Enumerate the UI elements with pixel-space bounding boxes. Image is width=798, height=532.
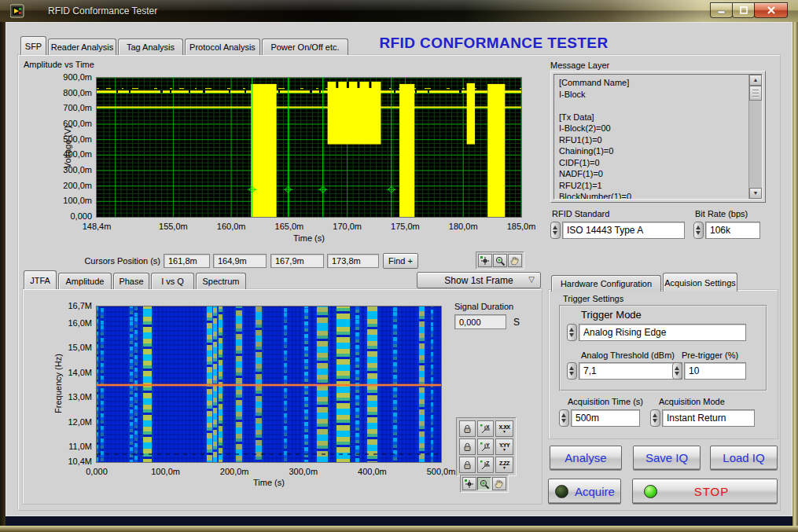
acquisition-time-label: Acquisition Time (s): [568, 397, 643, 406]
cursor-3-field[interactable]: 167,9m: [270, 254, 324, 268]
acquisition-time-field[interactable]: 500m: [571, 409, 640, 427]
autoscale-x-button[interactable]: X: [477, 420, 494, 437]
stop-button[interactable]: STOP: [632, 479, 778, 504]
svg-text:Z: Z: [486, 460, 490, 466]
jtfa-y-tick-label: 14,0M: [50, 368, 92, 377]
acquisition-mode-field[interactable]: Instant Return: [662, 409, 755, 427]
signal-duration-field[interactable]: 0,000: [454, 314, 506, 329]
cursor-tool-button[interactable]: [478, 254, 492, 267]
trigger-mode-label: Trigger Mode: [581, 309, 642, 321]
amp-x-tick-label: 155,0m: [148, 222, 198, 231]
svg-text:X: X: [486, 424, 490, 430]
tab-i-vs-q[interactable]: I vs Q: [151, 273, 194, 289]
tab-amplitude[interactable]: Amplitude: [58, 273, 112, 289]
autoscale-y-button[interactable]: Y: [477, 438, 494, 455]
hand-icon: [494, 479, 505, 490]
find-cursor-button[interactable]: Find +: [383, 253, 418, 269]
labview-app-icon: [10, 4, 24, 18]
cursor-tool-button[interactable]: [462, 477, 476, 490]
tab-acquisition-settings[interactable]: Acquision Settings: [663, 273, 737, 292]
window-right-border: [792, 22, 798, 526]
jtfa-y-tick-label: 10,4M: [50, 457, 92, 466]
tab-power-onoff[interactable]: Power On/Off etc.: [262, 39, 348, 55]
scroll-down-icon[interactable]: ▼: [749, 188, 762, 199]
spectrogram-faint-line: [97, 453, 441, 455]
pretrigger-label: Pre-trigger (%): [682, 350, 738, 360]
acquisition-time-spinner[interactable]: [559, 409, 569, 427]
tab-reader-analysis[interactable]: Reader Analysis: [48, 39, 116, 55]
trigger-mode-field[interactable]: Analog Rising Edge: [579, 324, 746, 341]
format-y-button[interactable]: Y.YY▼: [495, 438, 513, 455]
trigger-mode-spinner[interactable]: [567, 324, 577, 341]
message-layer-inner: [Command Name] I-Block [Tx Data] I-Block…: [553, 74, 763, 200]
amp-y-tick-label: 800,0m: [50, 88, 92, 97]
amp-y-tick-label: 400,0m: [50, 149, 92, 159]
minimize-icon: [718, 6, 726, 14]
autoscale-z-button[interactable]: Z: [477, 457, 494, 473]
pan-tool-button[interactable]: [492, 477, 506, 490]
format-z-button[interactable]: Z.ZZ▼: [495, 457, 513, 473]
carrier-frequency-line: [97, 384, 441, 386]
rfid-standard-field[interactable]: ISO 14443 Type A: [562, 222, 685, 239]
format-x-button[interactable]: X.XX▼: [495, 420, 513, 437]
jtfa-y-tick-label: 15,0M: [50, 343, 92, 352]
amp-y-tick-label: 200,0m: [50, 181, 92, 190]
acquisition-mode-spinner[interactable]: [650, 409, 660, 427]
amp-x-tick-label: 160,0m: [206, 222, 256, 231]
tab-hardware-configuration[interactable]: Hardware Configuration: [551, 275, 661, 292]
cursor-2-field[interactable]: 164,9m: [213, 254, 267, 268]
acquire-led-icon: [555, 485, 568, 498]
jtfa-spectrogram-plot[interactable]: [96, 306, 442, 463]
message-layer-box: [Command Name] I-Block [Tx Data] I-Block…: [550, 71, 766, 203]
message-text[interactable]: [Command Name] I-Block [Tx Data] I-Block…: [554, 75, 748, 199]
analog-threshold-label: Analog Threshold (dBm): [581, 350, 675, 360]
y-axis-icon: Y: [480, 442, 491, 453]
pretrigger-spinner[interactable]: [672, 362, 682, 380]
minimize-button[interactable]: [710, 2, 733, 18]
tab-tag-analysis[interactable]: Tag Analysis: [118, 39, 183, 55]
save-iq-button[interactable]: Save IQ: [633, 446, 701, 470]
tab-sfp[interactable]: SFP: [20, 36, 46, 55]
titlebar[interactable]: RFID Conformance Tester: [0, 0, 798, 22]
amp-y-tick-label: 500,0m: [50, 134, 92, 144]
scroll-up-icon[interactable]: ▲: [749, 75, 762, 86]
load-iq-button[interactable]: Load IQ: [710, 446, 778, 470]
cursor-1-field[interactable]: 161,8m: [164, 254, 210, 268]
scrollbar-thumb[interactable]: [749, 86, 762, 101]
close-button[interactable]: [754, 2, 788, 18]
lock-y-axis-button[interactable]: [459, 438, 476, 455]
tab-spectrum[interactable]: Spectrum: [196, 273, 246, 289]
lock-x-axis-button[interactable]: [459, 420, 476, 437]
tab-jtfa[interactable]: JTFA: [24, 270, 57, 289]
jtfa-x-tick-label: 300,0m: [278, 467, 329, 476]
amp-y-tick-label: 0,000: [50, 211, 92, 221]
amplitude-plot[interactable]: [96, 77, 522, 218]
signal-duration-unit: S: [513, 317, 520, 328]
pretrigger-field[interactable]: 10: [684, 362, 746, 380]
scrollbar-track[interactable]: [749, 101, 762, 188]
analyse-button[interactable]: Analyse: [550, 446, 622, 470]
amplitude-graph-label: Amplitude vs Time: [24, 60, 94, 69]
zoom-tool-button[interactable]: [493, 254, 507, 267]
close-icon: [767, 6, 775, 14]
maximize-button[interactable]: [732, 2, 755, 18]
message-layer-label: Message Layer: [550, 61, 609, 70]
pan-tool-button[interactable]: [508, 254, 522, 267]
rfid-standard-spinner[interactable]: [550, 222, 561, 239]
analog-threshold-spinner[interactable]: [567, 362, 577, 380]
zoom-tool-button[interactable]: [477, 477, 491, 490]
analog-threshold-field[interactable]: 7,1: [579, 362, 682, 380]
jtfa-x-tick-label: 400,0m: [347, 467, 397, 476]
bit-rate-field[interactable]: 106k: [705, 222, 760, 239]
bit-rate-label: Bit Rate (bps): [695, 209, 748, 218]
bit-rate-spinner[interactable]: [693, 222, 704, 239]
message-scrollbar[interactable]: ▲ ▼: [748, 75, 762, 199]
acquire-button[interactable]: Acquire: [548, 479, 621, 504]
cursors-position-label: Cursors Position (s): [83, 256, 160, 266]
jtfa-y-tick-label: 12,0M: [50, 417, 92, 427]
page-title: RFID CONFORMANCE TESTER: [368, 35, 620, 52]
frame-selector-dropdown[interactable]: Show 1st Frame ▽: [417, 272, 541, 288]
cursor-4-field[interactable]: 173,8m: [327, 254, 379, 268]
tab-protocol-analysis[interactable]: Protocol Analysis: [185, 39, 260, 55]
tab-phase[interactable]: Phase: [113, 273, 149, 289]
